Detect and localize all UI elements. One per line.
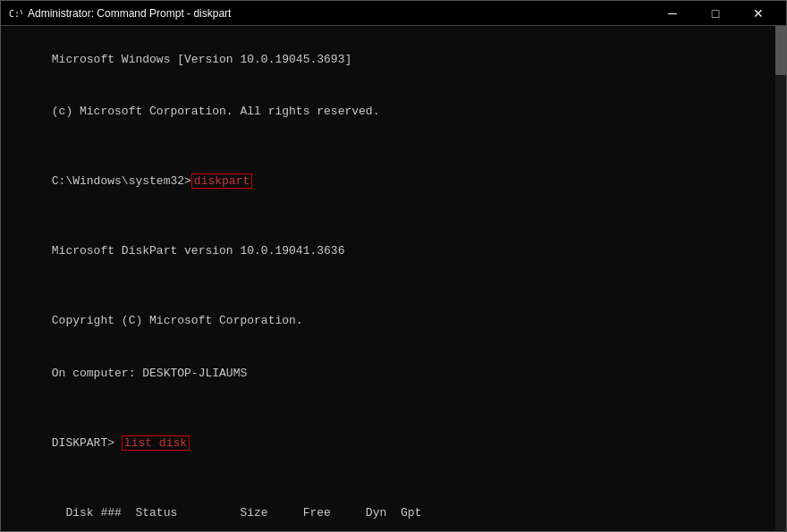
line-8: Copyright (C) Microsoft Corporation.: [10, 295, 777, 348]
line-3: [10, 138, 777, 156]
scrollbar-track[interactable]: [775, 26, 786, 531]
line-2: (c) Microsoft Corporation. All rights re…: [10, 86, 777, 139]
line-1: Microsoft Windows [Version 10.0.19045.36…: [10, 33, 777, 86]
close-button[interactable]: ✕: [738, 1, 779, 26]
minimize-button[interactable]: ─: [652, 1, 693, 26]
line-7: [10, 277, 777, 295]
window-title: Administrator: Command Prompt - diskpart: [28, 7, 652, 20]
app-icon: C:\: [8, 6, 22, 21]
line-12: [10, 469, 777, 487]
title-bar: C:\ Administrator: Command Prompt - disk…: [1, 1, 786, 26]
window: C:\ Administrator: Command Prompt - disk…: [0, 0, 787, 532]
line-10: [10, 400, 777, 418]
line-11: DISKPART> list disk: [10, 417, 777, 469]
diskpart-prompt-1: DISKPART>: [52, 436, 122, 450]
line-6: Microsoft DiskPart version 10.0.19041.36…: [10, 225, 777, 278]
command-list-disk: list disk: [122, 435, 190, 451]
maximize-button[interactable]: □: [695, 1, 736, 26]
command-diskpart: diskpart: [191, 173, 252, 189]
svg-text:C:\: C:\: [9, 9, 22, 19]
line-9: On computer: DESKTOP-JLIAUMS: [10, 347, 777, 400]
line-13: Disk ### Status Size Free Dyn Gpt: [10, 486, 777, 531]
window-controls: ─ □ ✕: [652, 1, 779, 26]
line-5: [10, 207, 777, 225]
prompt-prefix: C:\Windows\system32>: [52, 174, 191, 188]
terminal-body[interactable]: Microsoft Windows [Version 10.0.19045.36…: [1, 26, 786, 531]
line-4: C:\Windows\system32>diskpart: [10, 156, 777, 208]
scrollbar-thumb[interactable]: [775, 26, 786, 75]
